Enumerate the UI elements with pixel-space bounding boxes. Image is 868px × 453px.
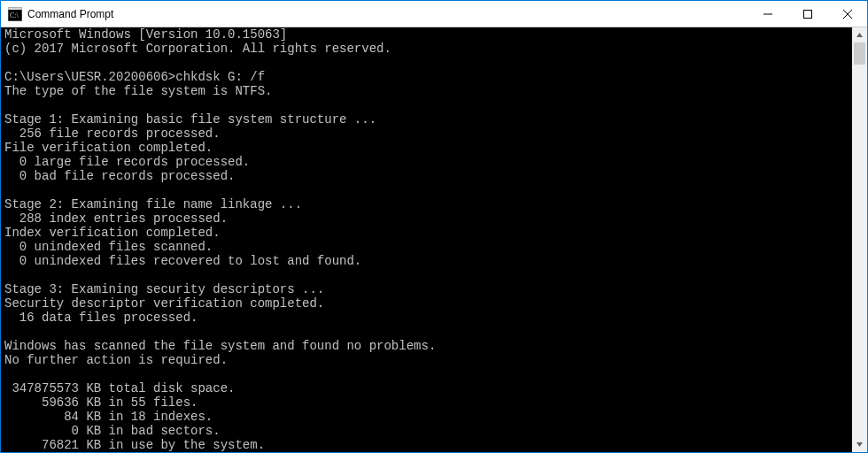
close-button[interactable] xyxy=(827,1,867,27)
console-area: Microsoft Windows [Version 10.0.15063] (… xyxy=(1,27,867,452)
scroll-thumb[interactable] xyxy=(854,42,865,65)
window-title: Command Prompt xyxy=(27,8,748,20)
svg-rect-5 xyxy=(803,10,811,18)
titlebar[interactable]: C:\ Command Prompt xyxy=(1,1,867,27)
svg-marker-9 xyxy=(856,442,863,447)
svg-marker-8 xyxy=(856,33,863,37)
vertical-scrollbar[interactable] xyxy=(852,27,867,452)
command-prompt-window: C:\ Command Prompt Microsoft Windows [Ve… xyxy=(0,0,868,453)
minimize-button[interactable] xyxy=(748,1,787,27)
svg-text:C:\: C:\ xyxy=(10,12,19,19)
command-prompt-icon: C:\ xyxy=(8,7,22,21)
scroll-down-button[interactable] xyxy=(852,437,867,452)
scroll-track[interactable] xyxy=(852,42,867,437)
maximize-button[interactable] xyxy=(787,1,827,27)
console-output[interactable]: Microsoft Windows [Version 10.0.15063] (… xyxy=(1,27,852,452)
scroll-up-button[interactable] xyxy=(852,27,867,42)
window-controls xyxy=(748,1,867,27)
